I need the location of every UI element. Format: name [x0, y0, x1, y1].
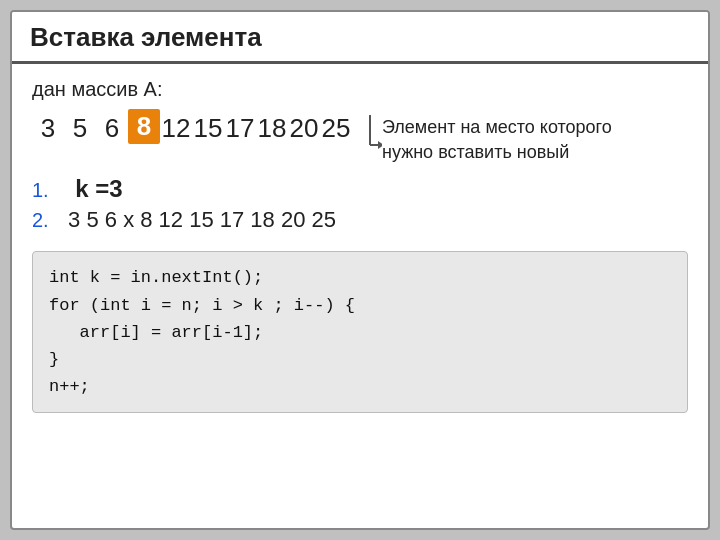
code-line-2: for (int i = n; i > k ; i--) { [49, 292, 671, 319]
arr-2: 6 [96, 113, 128, 144]
arr-7: 18 [256, 113, 288, 144]
code-line-3: arr[i] = arr[i-1]; [49, 319, 671, 346]
given-array-label: дан массив А: [32, 78, 688, 101]
numbered-list: 1. k =3 2. 3 5 6 x 8 12 15 17 18 20 25 [32, 175, 688, 237]
array-with-arrow: 3 5 6 8 12 15 17 18 20 25 [32, 109, 688, 165]
array-row-1: 3 5 6 8 12 15 17 18 20 25 [32, 109, 352, 144]
arr-9: 25 [320, 113, 352, 144]
arr-0: 3 [32, 113, 64, 144]
arr-8: 20 [288, 113, 320, 144]
slide-body: дан массив А: 3 5 6 8 12 15 17 18 20 25 [12, 64, 708, 528]
callout-text: Элемент на место которогонужно вставить … [382, 115, 612, 165]
list-item-1: 1. k =3 [32, 175, 688, 203]
code-line-1: int k = in.nextInt(); [49, 264, 671, 291]
slide-title: Вставка элемента [12, 12, 708, 64]
slide-container: Вставка элемента дан массив А: 3 5 6 8 1… [10, 10, 710, 530]
list-num-2: 2. [32, 209, 56, 232]
list-item-2-text: 3 5 6 x 8 12 15 17 18 20 25 [62, 207, 336, 233]
code-line-4: } [49, 346, 671, 373]
arr-5: 15 [192, 113, 224, 144]
array-wrapper: 3 5 6 8 12 15 17 18 20 25 [32, 109, 352, 146]
arr-6: 17 [224, 113, 256, 144]
arr-highlighted: 8 [128, 109, 160, 144]
list-item-1-text: k =3 [62, 175, 123, 203]
code-block: int k = in.nextInt(); for (int i = n; i … [32, 251, 688, 413]
callout-container: Элемент на место которогонужно вставить … [358, 115, 612, 165]
code-line-5: n++; [49, 373, 671, 400]
arr-1: 5 [64, 113, 96, 144]
list-item-2: 2. 3 5 6 x 8 12 15 17 18 20 25 [32, 207, 688, 233]
arr-4: 12 [160, 113, 192, 144]
list-num-1: 1. [32, 179, 56, 202]
arrow-icon [358, 115, 382, 159]
